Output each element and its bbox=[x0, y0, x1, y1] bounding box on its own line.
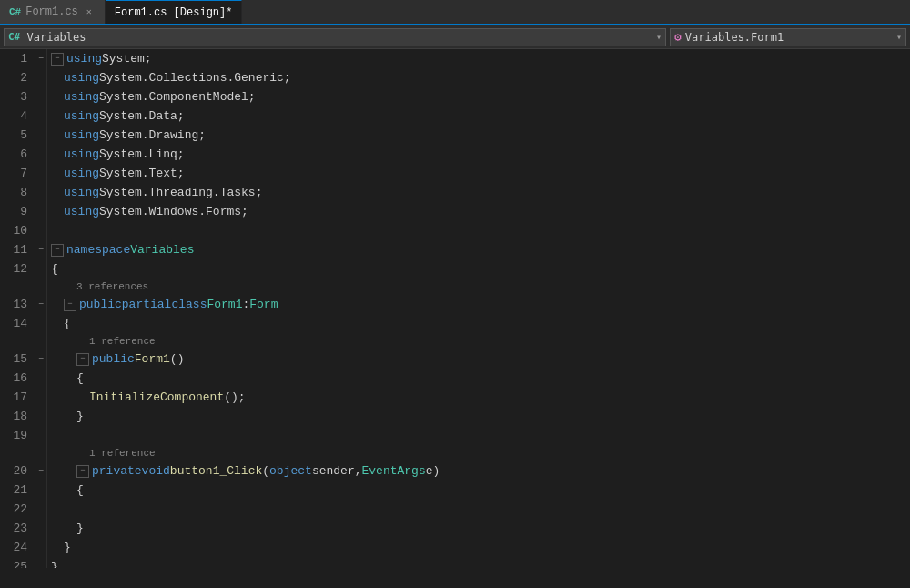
code-line[interactable]: } bbox=[51, 519, 910, 538]
code-line[interactable]: { bbox=[51, 314, 910, 333]
fold-button[interactable]: − bbox=[35, 299, 47, 309]
code-line[interactable] bbox=[51, 426, 910, 445]
token-type: Variables bbox=[130, 243, 194, 257]
token-method: InitializeComponent bbox=[89, 390, 224, 404]
gutter-line: 4 bbox=[0, 106, 46, 126]
token-method: button1_Click bbox=[170, 464, 262, 478]
nav-cs-icon: C# bbox=[8, 31, 20, 43]
token-plain: } bbox=[76, 410, 84, 423]
inline-fold-indicator[interactable]: − bbox=[64, 299, 76, 311]
code-line[interactable]: { bbox=[51, 369, 910, 388]
line-number-gutter: 1−234567891011−1213−1415−1617181920−2122… bbox=[0, 49, 47, 568]
gutter-line: 2 bbox=[0, 68, 46, 87]
code-line[interactable]: using System.Collections.Generic; bbox=[51, 68, 910, 87]
code-line[interactable]: using System.Text; bbox=[51, 164, 910, 183]
gutter-line: 17 bbox=[0, 388, 46, 407]
token-type: Form bbox=[249, 298, 278, 311]
ref-hint-line[interactable]: 1 reference bbox=[51, 445, 910, 461]
token-kw: using bbox=[64, 90, 99, 104]
inline-fold-indicator[interactable]: − bbox=[51, 244, 64, 257]
token-ref-hint: 1 reference bbox=[89, 448, 156, 459]
tab-bar: C# Form1.cs ✕ Form1.cs [Design]* bbox=[0, 0, 910, 25]
code-line[interactable]: −public partial class Form1 : Form bbox=[51, 295, 910, 314]
line-number: 24 bbox=[0, 541, 35, 554]
code-line[interactable]: −using System; bbox=[51, 49, 910, 68]
gutter-line: 9 bbox=[0, 202, 46, 221]
gutter-line: 25 bbox=[0, 557, 46, 568]
fold-button[interactable]: − bbox=[35, 245, 47, 255]
tab-form1-cs-close[interactable]: ✕ bbox=[83, 5, 96, 18]
nav-scope-label: Variables bbox=[26, 31, 86, 44]
token-plain: } bbox=[64, 541, 71, 554]
nav-scope-dropdown[interactable]: C# Variables ▾ bbox=[4, 28, 666, 46]
line-number: 5 bbox=[0, 128, 35, 142]
token-plain: : bbox=[242, 298, 249, 311]
line-number: 2 bbox=[0, 71, 35, 85]
token-kw: using bbox=[64, 147, 99, 161]
code-line[interactable] bbox=[51, 500, 910, 519]
token-kw: using bbox=[64, 186, 99, 199]
code-line[interactable]: { bbox=[51, 259, 910, 279]
gutter-line: 1− bbox=[0, 49, 46, 68]
gutter-line: 24 bbox=[0, 538, 46, 557]
code-content[interactable]: −using System;using System.Collections.G… bbox=[47, 49, 910, 568]
gutter-line: 15− bbox=[0, 350, 46, 369]
line-number: 6 bbox=[0, 147, 35, 161]
gutter-line: 5 bbox=[0, 126, 46, 145]
token-kw: object bbox=[269, 464, 312, 478]
line-number: 23 bbox=[0, 522, 35, 535]
code-line[interactable]: using System.Drawing; bbox=[51, 126, 910, 145]
code-line[interactable] bbox=[51, 221, 910, 240]
code-line[interactable]: −namespace Variables bbox=[51, 240, 910, 259]
code-line[interactable]: { bbox=[51, 481, 910, 500]
gutter-line: 19 bbox=[0, 426, 46, 445]
nav-member-arrow: ▾ bbox=[896, 32, 902, 42]
token-plain: sender, bbox=[312, 464, 362, 478]
nav-member-label: Variables.Form1 bbox=[685, 31, 784, 44]
code-line[interactable]: } bbox=[51, 538, 910, 557]
token-kw: namespace bbox=[66, 243, 130, 257]
nav-member-dropdown[interactable]: ⚙ Variables.Form1 ▾ bbox=[670, 28, 906, 46]
nav-scope-arrow: ▾ bbox=[656, 32, 662, 42]
token-kw: class bbox=[171, 298, 207, 311]
token-plain: ( bbox=[262, 464, 269, 478]
line-number: 13 bbox=[0, 298, 35, 311]
code-line[interactable]: InitializeComponent(); bbox=[51, 388, 910, 407]
code-line[interactable]: using System.Data; bbox=[51, 106, 910, 126]
token-plain: { bbox=[76, 483, 84, 497]
line-number: 7 bbox=[0, 167, 35, 180]
code-line[interactable]: } bbox=[51, 407, 910, 426]
tab-form1-cs[interactable]: C# Form1.cs ✕ bbox=[0, 0, 106, 24]
code-line[interactable]: using System.Linq; bbox=[51, 145, 910, 164]
tab-form1-cs-label: Form1.cs bbox=[25, 5, 78, 18]
fold-button[interactable]: − bbox=[35, 54, 47, 64]
token-kw: using bbox=[64, 205, 99, 218]
ref-hint-line[interactable]: 1 reference bbox=[51, 333, 910, 350]
tab-form1-design[interactable]: Form1.cs [Design]* bbox=[106, 0, 243, 24]
gutter-line: 12 bbox=[0, 259, 46, 279]
inline-fold-indicator[interactable]: − bbox=[76, 465, 89, 478]
inline-fold-indicator[interactable]: − bbox=[76, 353, 89, 366]
code-line[interactable]: −private void button1_Click(object sende… bbox=[51, 461, 910, 481]
token-kw: public bbox=[92, 352, 135, 366]
line-number: 3 bbox=[0, 90, 35, 104]
inline-fold-indicator[interactable]: − bbox=[51, 53, 64, 66]
code-line[interactable]: using System.ComponentModel; bbox=[51, 87, 910, 106]
fold-button[interactable]: − bbox=[35, 466, 47, 476]
token-kw: using bbox=[64, 167, 99, 180]
line-number: 21 bbox=[0, 483, 35, 497]
code-line[interactable]: using System.Windows.Forms; bbox=[51, 202, 910, 221]
code-line[interactable]: using System.Threading.Tasks; bbox=[51, 183, 910, 202]
gutter-line: 3 bbox=[0, 87, 46, 106]
token-type: Form1 bbox=[207, 298, 242, 311]
code-line[interactable]: } bbox=[51, 557, 910, 568]
code-editor: 1−234567891011−1213−1415−1617181920−2122… bbox=[0, 49, 910, 568]
token-kw: using bbox=[64, 71, 99, 85]
gutter-line: 10 bbox=[0, 221, 46, 240]
nav-bar: C# Variables ▾ ⚙ Variables.Form1 ▾ bbox=[0, 25, 910, 49]
token-plain: } bbox=[76, 522, 84, 535]
line-number: 12 bbox=[0, 262, 35, 276]
code-line[interactable]: −public Form1() bbox=[51, 350, 910, 369]
fold-button[interactable]: − bbox=[35, 354, 47, 364]
ref-hint-line[interactable]: 3 references bbox=[51, 279, 910, 295]
